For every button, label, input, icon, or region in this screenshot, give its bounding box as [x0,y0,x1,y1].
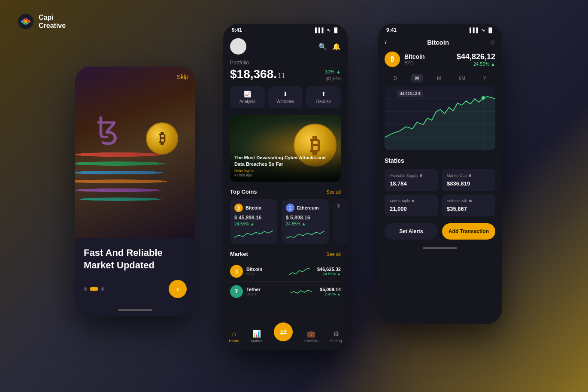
phone-portfolio: 9:41 ▌▌▌ ∿ ▐▌ 🔍 🔔 Portfolio $18,368.11 1… [223,24,348,350]
next-button[interactable]: › [169,280,187,298]
settings-label: Setting [330,339,342,343]
user-avatar[interactable] [230,38,246,55]
ethereum-card-header: Ξ Ethereum [286,204,324,212]
available-supply-label: Available Supply [390,173,433,178]
news-card[interactable]: ₿ The Most Devastating Cyber Attacks and… [230,115,341,182]
volume-24h-label: Volume 24h [447,199,490,203]
market-tether-chart [283,286,320,297]
market-bitcoin-chart [282,266,317,277]
bottom-navigation: ⌂ Home 📊 Market ⇄ 💼 Portfolio ⚙ Setting [223,319,348,350]
market-see-all[interactable]: See all [326,252,341,257]
market-tether-price: $5,009.14 2.45% ▲ [320,287,341,296]
period-d[interactable]: D [390,74,400,82]
bottom-buttons: Set Alerts Add Transaction [378,223,502,245]
bitcoin-mini-chart [234,229,273,240]
analysis-button[interactable]: 📈 Analysis [230,86,265,108]
battery-icon-3: ▐▌ [487,27,494,33]
max-supply-card: Max Supply 21,000 [385,194,438,216]
coins-row: ₿ Bitcoin $ 45,898.16 24.55% ▲ Ξ Ethereu… [223,199,348,251]
home-indicator-1 [118,309,152,311]
btc-coin-graphic: ₿ [146,122,178,155]
nav-home[interactable]: ⌂ Home [229,330,239,343]
market-bitcoin-info: Bitcoin BTC [246,267,282,276]
svg-point-2 [21,20,24,23]
skip-button[interactable]: Skip [177,73,188,80]
market-bitcoin-symbol: BTC [246,272,282,276]
news-content: The Most Devastating Cyber Attacks and D… [230,150,341,182]
market-bitcoin-name: Bitcoin [246,267,282,272]
extra-coin-card[interactable]: $ [333,199,348,244]
battery-icon: ▐▌ [332,27,339,33]
ethereum-card[interactable]: Ξ Ethereum $ 5,898.16 24.55% ▲ [282,199,329,244]
set-alerts-button[interactable]: Set Alerts [385,223,438,240]
analysis-label: Analysis [239,99,255,104]
period-m[interactable]: M [433,74,444,82]
onboarding-title: Fast And Reliable Market Updated [84,247,187,271]
market-cap-card: Market Cap $836,819 [442,169,495,191]
nav-portfolio[interactable]: 💼 Portfolio [304,330,318,343]
market-header: Market See all [223,251,348,261]
available-supply-dot [420,174,422,177]
capi-logo-icon [17,13,34,30]
bitcoin-card-header: ₿ Bitcoin [234,204,273,212]
coin-detail-symbol: BTC [404,60,424,65]
settings-icon: ⚙ [333,330,339,338]
period-w[interactable]: W [411,74,422,82]
nav-market[interactable]: 📊 Market [251,330,263,343]
market-bitcoin-icon: ₿ [230,265,243,278]
onboarding-content: Fast And Reliable Market Updated › [75,238,195,305]
ethereum-mini-chart [286,229,324,240]
portfolio-header: 🔍 🔔 [223,35,348,60]
back-button[interactable]: ‹ [385,39,387,46]
period-6m[interactable]: 6M [455,74,469,82]
svg-point-1 [24,20,27,23]
home-label: Home [229,339,239,343]
status-icons-2: ▌▌▌ ∿ ▐▌ [315,27,339,33]
bitcoin-name: Bitcoin [246,205,261,210]
market-tether-item[interactable]: ₮ Tether USDT $5,009.14 2.45% ▲ [230,282,341,301]
ethereum-name: Ethereum [297,205,319,210]
header-actions: 🔍 🔔 [318,43,341,51]
price-chart: 44,926,12 $ [385,86,495,150]
top-coins-header: Top Coins See all [223,188,348,199]
market-tether-info: Tether USDT [246,287,283,296]
portfolio-label: Portfolio [230,60,341,66]
bitcoin-card[interactable]: ₿ Bitcoin $ 45,898.16 24.55% ▲ [230,199,277,244]
volume-24h-card: Volume 24h $35,867 [442,194,495,216]
market-bitcoin-item[interactable]: ₿ Bitcoin BTC $46,625.32 24.55% ▲ [230,261,341,282]
available-supply-value: 18,784 [390,180,433,187]
withdraw-icon: ⬇ [283,91,288,97]
coin-detail-name: Bitcoin [404,53,424,60]
chart-tooltip: 44,926,12 $ [397,90,423,97]
portfolio-label-nav: Portfolio [304,339,318,343]
swap-button[interactable]: ⇄ [274,322,293,341]
bitcoin-price: $ 45,898.16 [234,215,273,221]
bell-icon[interactable]: 🔔 [332,43,341,51]
top-coins-see-all[interactable]: See all [326,189,341,194]
wifi-icon-3: ∿ [481,27,485,33]
search-icon[interactable]: 🔍 [318,43,327,51]
onboarding-hero-image: ꜩ ₿ Skip [75,67,195,238]
progress-dots [84,287,104,291]
market-tether-name: Tether [246,287,283,292]
favorite-button[interactable]: ☆ [489,38,495,46]
max-supply-dot [412,200,414,202]
deposit-button[interactable]: ⬆ Deposit [306,86,341,108]
max-supply-label: Max Supply [390,199,433,203]
market-label: Market [251,339,263,343]
market-cap-value: $836,819 [447,180,490,187]
portfolio-change: 10% ▲ [325,69,341,74]
dot-3 [101,287,104,291]
nav-center[interactable]: ⇄ [274,322,293,343]
market-bitcoin-price: $46,625.32 24.55% ▲ [317,267,341,276]
nav-settings[interactable]: ⚙ Setting [330,330,342,343]
add-transaction-button[interactable]: Add Transaction [442,223,495,240]
coin-detail-left: ₿ Bitcoin BTC [385,52,424,67]
top-coins-title: Top Coins [230,188,257,195]
tezos-symbol: ꜩ [97,109,118,146]
withdraw-button[interactable]: ⬇ Withdraw [268,86,303,108]
stats-grid: Available Supply 18,784 Market Cap $836,… [378,169,502,223]
home-icon: ⌂ [232,330,236,338]
period-y[interactable]: Y [480,74,490,82]
status-icons-3: ▌▌▌ ∿ ▐▌ [470,27,494,33]
